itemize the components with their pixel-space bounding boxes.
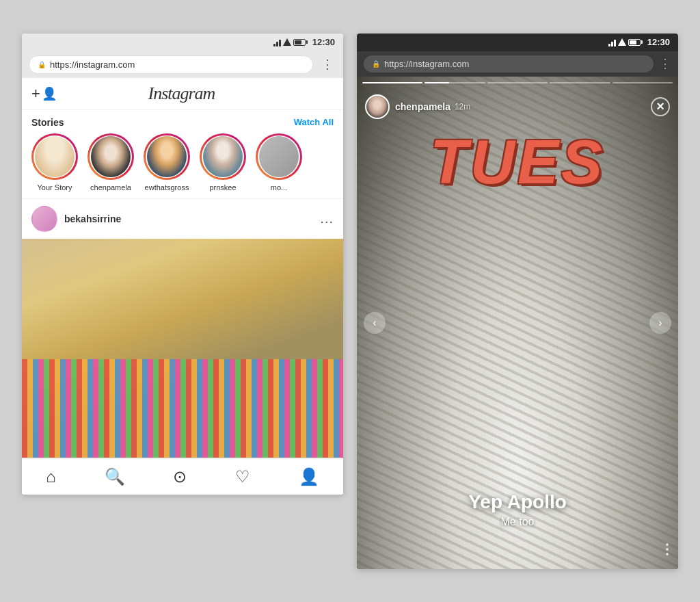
status-icons-right: 12:30 bbox=[608, 37, 670, 47]
home-nav-button[interactable]: ⌂ bbox=[46, 467, 56, 486]
stories-row: Your Story chenpamela bbox=[22, 133, 343, 192]
stories-section: Stories Watch All Your Story bbox=[22, 110, 343, 199]
story-name-prnskee: prnskee bbox=[209, 183, 236, 192]
status-bar-left: 12:30 bbox=[22, 34, 343, 51]
story-avatar-prnskee bbox=[203, 136, 243, 177]
progress-fill-2 bbox=[425, 82, 448, 83]
story-user-avatar bbox=[365, 94, 390, 119]
story-name-chenpamela: chenpamela bbox=[90, 183, 131, 192]
add-icon: + bbox=[31, 85, 40, 103]
story-username: chenpamela bbox=[395, 101, 450, 112]
url-bar-right[interactable]: 🔒 https://instagram.com bbox=[364, 55, 654, 73]
post-username: bekahsirrine bbox=[64, 213, 121, 224]
story-avatar-yourstory bbox=[35, 136, 75, 177]
caption-sub: Me too bbox=[357, 516, 678, 528]
browser-bar-right: 🔒 https://instagram.com ⋮ bbox=[357, 51, 678, 77]
story-dot-1 bbox=[666, 543, 669, 546]
story-avatar-inner-prnskee bbox=[202, 135, 244, 178]
ig-logo: Instagram bbox=[148, 83, 215, 104]
story-item-chenpamela[interactable]: chenpamela bbox=[88, 133, 134, 192]
story-time: 12m bbox=[455, 102, 470, 112]
tues-overlay: TUES bbox=[371, 131, 664, 193]
post-user[interactable]: bekahsirrine bbox=[31, 206, 121, 232]
signal-icon-right bbox=[608, 38, 616, 47]
story-ring-yourstory bbox=[31, 133, 78, 180]
story-name-more: mo... bbox=[271, 183, 287, 192]
story-viewer: chenpamela 12m × TUES Yep Apollo Me too … bbox=[357, 77, 678, 569]
status-time-right: 12:30 bbox=[647, 37, 670, 47]
person-icon: 👤 bbox=[42, 86, 57, 101]
story-dots bbox=[666, 543, 669, 555]
story-dot-3 bbox=[666, 553, 669, 555]
post-header: bekahsirrine ... bbox=[22, 199, 343, 239]
story-ring-ewthatsgross bbox=[144, 133, 190, 180]
progress-bar-2 bbox=[425, 82, 485, 83]
story-progress bbox=[362, 82, 673, 83]
story-name-ewthatsgross: ewthatsgross bbox=[145, 183, 189, 192]
add-friend-button[interactable]: + 👤 bbox=[31, 85, 57, 103]
progress-bar-5 bbox=[612, 82, 673, 83]
caption-main: Yep Apollo bbox=[357, 491, 678, 513]
stories-header: Stories Watch All bbox=[22, 117, 343, 133]
wifi-icon bbox=[283, 38, 291, 46]
battery-icon-right bbox=[628, 39, 643, 46]
instagram-feed: + 👤 Instagram Stories Watch All bbox=[22, 78, 343, 495]
story-avatar-chenpamela bbox=[91, 136, 131, 177]
story-nav-prev[interactable]: ‹ bbox=[364, 312, 386, 334]
story-item-yourstory[interactable]: Your Story bbox=[31, 133, 78, 192]
story-avatar-ewthatsgross bbox=[147, 136, 187, 177]
signal-icon bbox=[273, 38, 281, 47]
profile-nav-button[interactable]: 👤 bbox=[299, 467, 319, 486]
lock-icon-left: 🔒 bbox=[38, 61, 46, 68]
stripe-overlay bbox=[22, 359, 343, 458]
story-ring-prnskee bbox=[200, 133, 246, 180]
story-header: chenpamela 12m × bbox=[357, 89, 678, 125]
browser-bar-left: 🔒 https://instagram.com ⋮ bbox=[22, 51, 343, 78]
story-avatar-more bbox=[259, 136, 299, 177]
status-time-left: 12:30 bbox=[312, 37, 335, 47]
story-avatar-inner-ewthatsgross bbox=[146, 135, 188, 178]
progress-bar-4 bbox=[550, 82, 610, 83]
url-text-left: https://instagram.com bbox=[50, 60, 135, 70]
story-ring-chenpamela bbox=[88, 133, 134, 180]
story-ring-more bbox=[256, 133, 302, 180]
watch-all-button[interactable]: Watch All bbox=[294, 117, 334, 127]
story-dot-2 bbox=[666, 548, 669, 551]
wifi-icon-right bbox=[618, 38, 626, 46]
story-nav-next[interactable]: › bbox=[649, 312, 671, 334]
status-icons-left: 12:30 bbox=[273, 37, 335, 47]
progress-fill-1 bbox=[362, 82, 422, 83]
battery-icon bbox=[293, 39, 308, 46]
post-image bbox=[22, 239, 343, 458]
tues-text: TUES bbox=[371, 131, 664, 193]
story-close-button[interactable]: × bbox=[651, 97, 670, 116]
bottom-nav: ⌂ 🔍 ⊙ ♡ 👤 bbox=[22, 458, 343, 495]
progress-bar-1 bbox=[362, 82, 422, 83]
search-nav-button[interactable]: 🔍 bbox=[105, 467, 125, 486]
progress-bar-3 bbox=[487, 82, 548, 83]
story-item-prnskee[interactable]: prnskee bbox=[200, 133, 246, 192]
story-item-ewthatsgross[interactable]: ewthatsgross bbox=[144, 133, 190, 192]
left-phone: 12:30 🔒 https://instagram.com ⋮ + 👤 Inst… bbox=[22, 34, 343, 495]
browser-menu-right[interactable]: ⋮ bbox=[659, 56, 671, 71]
url-bar-left[interactable]: 🔒 https://instagram.com bbox=[29, 55, 313, 74]
lock-icon-right: 🔒 bbox=[372, 60, 380, 68]
story-avatar-inner-yourstory bbox=[33, 135, 76, 178]
post-avatar bbox=[31, 206, 57, 232]
stories-label: Stories bbox=[31, 117, 64, 128]
story-item-more[interactable]: mo... bbox=[256, 133, 302, 192]
url-text-right: https://instagram.com bbox=[384, 59, 469, 69]
story-caption: Yep Apollo Me too bbox=[357, 491, 678, 528]
camera-nav-button[interactable]: ⊙ bbox=[173, 467, 187, 486]
ig-header: + 👤 Instagram bbox=[22, 78, 343, 110]
heart-nav-button[interactable]: ♡ bbox=[235, 467, 250, 486]
post: bekahsirrine ... bbox=[22, 199, 343, 458]
story-avatar-inner-chenpamela bbox=[90, 135, 132, 178]
status-bar-right: 12:30 bbox=[357, 34, 678, 51]
post-menu[interactable]: ... bbox=[320, 211, 334, 226]
browser-menu-left[interactable]: ⋮ bbox=[319, 57, 336, 72]
story-name-yourstory: Your Story bbox=[38, 183, 72, 192]
story-avatar-inner-more bbox=[258, 135, 300, 178]
right-phone: 12:30 🔒 https://instagram.com ⋮ bbox=[357, 34, 678, 569]
